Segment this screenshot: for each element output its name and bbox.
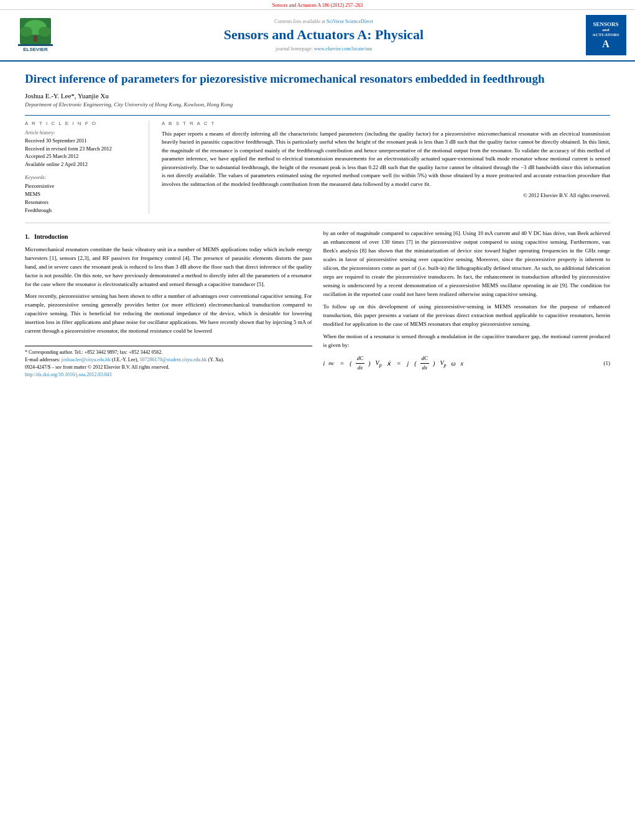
history-item-2: Accepted 25 March 2012	[25, 153, 140, 160]
intro-heading: 1. Introduction	[25, 232, 312, 242]
left-body-col: 1. Introduction Micromechanical resonato…	[25, 229, 312, 379]
formula-paren-open-1: (	[350, 359, 351, 369]
journal-homepage: journal homepage: www.elsevier.com/locat…	[70, 46, 578, 52]
article-title: Direct inference of parameters for piezo…	[25, 72, 610, 87]
email-link-2[interactable]: 507286170@student.cityu.edu.hk	[140, 357, 207, 362]
journal-logo-right: SENSORS and ACTUATORS A	[584, 15, 628, 55]
fraction-dC-dx: dC dx	[356, 354, 365, 372]
keyword-0: Piezoresistive	[25, 182, 140, 190]
article-info-col: A R T I C L E I N F O Article history: R…	[25, 121, 149, 215]
email-name-2: (Y. Xu).	[208, 357, 225, 362]
formula-paren-close-1: )	[368, 359, 370, 369]
svg-rect-5	[18, 44, 53, 46]
history-label: Article history:	[25, 130, 140, 136]
elsevier-logo: ELSEVIER	[7, 18, 63, 52]
history-item-1: Received in revised form 23 March 2012	[25, 145, 140, 153]
numerator-dC-2: dC	[420, 354, 430, 364]
numerator-dC: dC	[356, 354, 365, 364]
formula-paren-close-2: )	[433, 359, 435, 369]
main-content: Direct inference of parameters for piezo…	[0, 62, 635, 389]
email-name-1: (J.E.-Y. Lee),	[112, 357, 139, 362]
intro-title: Introduction	[34, 233, 68, 240]
section-divider	[25, 223, 610, 223]
logo-and: and	[602, 27, 609, 32]
abstract-label: A B S T R A C T	[162, 121, 610, 126]
right-para-1: by an order of magnitude compared to cap…	[323, 229, 611, 299]
keyword-3: Feedthrough	[25, 206, 140, 215]
svg-point-2	[20, 27, 32, 37]
authors-text: Joshua E.-Y. Lee*, Yuanjie Xu	[25, 92, 109, 99]
journal-citation-strip: Sensors and Actuators A 186 (2012) 257–2…	[0, 0, 635, 10]
formula-x: x	[461, 359, 463, 369]
history-item-3: Available online 2 April 2012	[25, 161, 140, 168]
authors-line: Joshua E.-Y. Lee*, Yuanjie Xu	[25, 92, 610, 99]
homepage-link[interactable]: www.elsevier.com/locate/sna	[314, 46, 372, 52]
email-label: E-mail addresses:	[25, 357, 60, 362]
formula-Vp: Vp	[376, 358, 382, 369]
logo-sensors: SENSORS	[593, 21, 618, 27]
email-link-1[interactable]: joshua.lee@cityu.edu.hk	[62, 357, 111, 362]
article-info-label: A R T I C L E I N F O	[25, 121, 140, 126]
right-para-3: When the motion of a resonator is sensed…	[323, 333, 611, 350]
citation-text: Sensors and Actuators A 186 (2012) 257–2…	[272, 2, 363, 8]
footnote-star: * Corresponding author. Tel.: +852 3442 …	[25, 349, 312, 356]
formula-block: i mc = ( dC dx ) Vp ẋ = j (	[323, 354, 611, 372]
formula-paren-open-2: (	[414, 359, 416, 369]
sciverse-link: Contents lists available at SciVerse Sci…	[70, 19, 578, 24]
denominator-dx: dx	[356, 364, 364, 372]
formula-j: j	[407, 359, 409, 369]
intro-num: 1.	[25, 233, 30, 240]
svg-text:ELSEVIER: ELSEVIER	[23, 47, 48, 52]
right-para-2: To follow up on this development of usin…	[323, 303, 611, 329]
footnote-emails: E-mail addresses: joshua.lee@cityu.edu.h…	[25, 356, 312, 364]
affiliation-text: Department of Electronic Engineering, Ci…	[25, 101, 610, 108]
issn-line: 0924-4247/$ – see front matter © 2012 El…	[25, 364, 312, 371]
denominator-dx-2: dx	[421, 364, 429, 372]
formula-omega: ω	[452, 359, 456, 369]
intro-para-1: Micromechanical resonators constitute th…	[25, 246, 312, 289]
right-body-col: by an order of magnitude compared to cap…	[323, 229, 611, 379]
footnote-section: * Corresponding author. Tel.: +852 3442 …	[25, 346, 312, 379]
keyword-2: Resonators	[25, 198, 140, 206]
logo-a: A	[602, 39, 610, 50]
history-item-0: Received 30 September 2011	[25, 137, 140, 145]
formula-number: (1)	[604, 359, 611, 368]
abstract-col: A B S T R A C T This paper reports a mea…	[162, 121, 610, 215]
journal-title-block: Contents lists available at SciVerse Sci…	[70, 19, 578, 51]
formula-content: i mc = ( dC dx ) Vp ẋ = j (	[323, 354, 600, 372]
formula-imc: i	[323, 359, 325, 369]
doi-link[interactable]: http://dx.doi.org/10.1016/j.sna.2012.03.…	[25, 372, 111, 377]
article-info-abstract-row: A R T I C L E I N F O Article history: R…	[25, 115, 610, 215]
body-columns: 1. Introduction Micromechanical resonato…	[25, 229, 610, 379]
formula-equals-2: =	[397, 359, 401, 369]
journal-name: Sensors and Actuators A: Physical	[70, 27, 578, 43]
doi-line: http://dx.doi.org/10.1016/j.sna.2012.03.…	[25, 371, 312, 379]
sensors-actuators-logo: SENSORS and ACTUATORS A	[586, 15, 626, 55]
formula-vp2: Vp	[440, 358, 446, 369]
keyword-1: MEMS	[25, 190, 140, 198]
intro-para-2: More recently, piezoresistive sensing ha…	[25, 292, 312, 336]
formula-equals: =	[340, 359, 345, 369]
svg-rect-4	[34, 35, 37, 42]
formula-sub-mc: mc	[328, 360, 334, 367]
logo-actuators: ACTUATORS	[592, 32, 619, 37]
journal-header: ELSEVIER Contents lists available at Sci…	[0, 10, 635, 62]
keywords-label: Keywords:	[25, 175, 140, 180]
abstract-text: This paper reports a means of directly i…	[162, 130, 610, 189]
svg-point-3	[39, 27, 51, 37]
copyright-text: © 2012 Elsevier B.V. All rights reserved…	[162, 192, 610, 198]
formula-xdot: ẋ	[387, 359, 391, 369]
page-container: Sensors and Actuators A 186 (2012) 257–2…	[0, 0, 635, 840]
fraction-dC-dx-2: dC dx	[420, 354, 430, 372]
sciverse-anchor[interactable]: SciVerse ScienceDirect	[327, 19, 373, 24]
elsevier-tree-icon: ELSEVIER	[17, 18, 54, 52]
